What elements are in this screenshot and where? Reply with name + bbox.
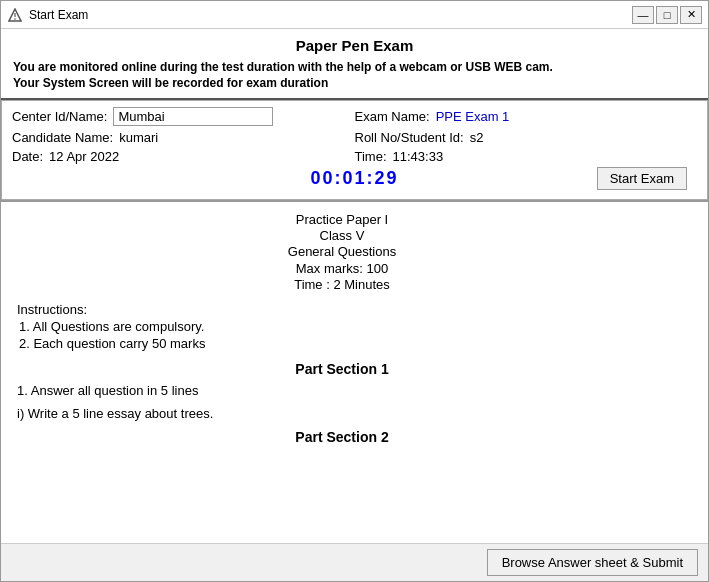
paper-max-marks: Max marks: 100 xyxy=(17,261,667,276)
exam-name-value: PPE Exam 1 xyxy=(436,109,510,124)
start-exam-button[interactable]: Start Exam xyxy=(597,167,687,190)
close-button[interactable]: ✕ xyxy=(680,6,702,24)
paper-subject: General Questions xyxy=(17,244,667,259)
window-title: Start Exam xyxy=(29,8,632,22)
center-id-input[interactable] xyxy=(113,107,273,126)
svg-point-2 xyxy=(14,18,16,20)
maximize-button[interactable]: □ xyxy=(656,6,678,24)
roll-no-row: Roll No/Student Id: s2 xyxy=(355,130,698,145)
paper-time: Time : 2 Minutes xyxy=(17,277,667,292)
roll-no-value: s2 xyxy=(470,130,484,145)
paper-class: Class V xyxy=(17,228,667,243)
paper-body: Practice Paper I Class V General Questio… xyxy=(17,212,667,445)
time-row: Time: 11:43:33 xyxy=(355,149,698,164)
paper-title: Paper Pen Exam xyxy=(13,37,696,54)
paper-content-area[interactable]: Practice Paper I Class V General Questio… xyxy=(1,202,708,543)
main-window: Start Exam — □ ✕ Paper Pen Exam You are … xyxy=(0,0,709,582)
paper-name: Practice Paper I xyxy=(17,212,667,227)
notice-line1: You are monitored online during the test… xyxy=(13,60,696,74)
app-icon xyxy=(7,7,23,23)
date-label: Date: xyxy=(12,149,43,164)
timer-display: 00:01:29 xyxy=(310,168,398,189)
roll-no-label: Roll No/Student Id: xyxy=(355,130,464,145)
notice-line2: Your System Screen will be recorded for … xyxy=(13,76,696,90)
part1-instruction: 1. Answer all question in 5 lines xyxy=(17,383,667,398)
bottom-bar: Browse Answer sheet & Submit xyxy=(1,543,708,581)
info-grid: Center Id/Name: Exam Name: PPE Exam 1 Ca… xyxy=(12,107,697,164)
instructions-section: Instructions: 1. All Questions are compu… xyxy=(17,302,667,351)
exam-name-label: Exam Name: xyxy=(355,109,430,124)
browse-submit-button[interactable]: Browse Answer sheet & Submit xyxy=(487,549,698,576)
date-value: 12 Apr 2022 xyxy=(49,149,119,164)
candidate-name-label: Candidate Name: xyxy=(12,130,113,145)
info-section: Center Id/Name: Exam Name: PPE Exam 1 Ca… xyxy=(1,100,708,200)
instructions-title: Instructions: xyxy=(17,302,667,317)
part1-question: i) Write a 5 line essay about trees. xyxy=(17,406,667,421)
time-value: 11:43:33 xyxy=(393,149,444,164)
center-id-row: Center Id/Name: xyxy=(12,107,355,126)
content-area: Paper Pen Exam You are monitored online … xyxy=(1,29,708,581)
date-row: Date: 12 Apr 2022 xyxy=(12,149,355,164)
window-controls: — □ ✕ xyxy=(632,6,702,24)
part1-title: Part Section 1 xyxy=(17,361,667,377)
header-section: Paper Pen Exam You are monitored online … xyxy=(1,29,708,100)
center-id-label: Center Id/Name: xyxy=(12,109,107,124)
time-label: Time: xyxy=(355,149,387,164)
title-bar: Start Exam — □ ✕ xyxy=(1,1,708,29)
candidate-name-value: kumari xyxy=(119,130,158,145)
instruction-2: 2. Each question carry 50 marks xyxy=(19,336,667,351)
instruction-1: 1. All Questions are compulsory. xyxy=(19,319,667,334)
timer-row: 00:01:29 Start Exam xyxy=(12,164,697,193)
exam-name-row: Exam Name: PPE Exam 1 xyxy=(355,107,698,126)
part2-title: Part Section 2 xyxy=(17,429,667,445)
candidate-name-row: Candidate Name: kumari xyxy=(12,130,355,145)
minimize-button[interactable]: — xyxy=(632,6,654,24)
